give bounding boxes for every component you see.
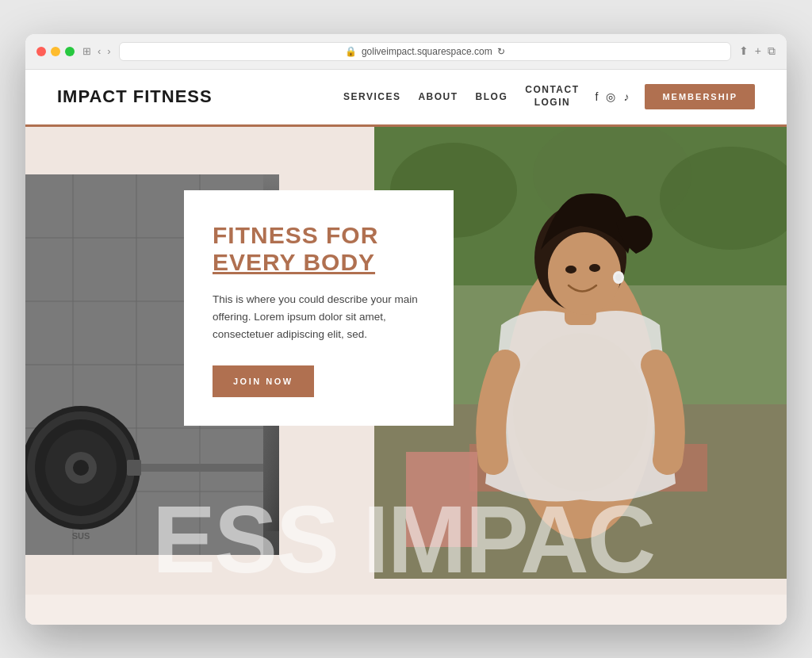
instagram-icon[interactable]: ◎ [606, 90, 615, 103]
hero-title: FITNESS FOR EVERY BODY [213, 222, 425, 277]
browser-actions: ⬆ + ⧉ [739, 44, 776, 58]
site-logo[interactable]: IMPACT FITNESS [57, 86, 343, 107]
svg-text:SUS: SUS [72, 531, 90, 541]
navigation: IMPACT FITNESS SERVICES ABOUT BLOG CONTA… [25, 70, 787, 127]
nav-blog[interactable]: BLOG [476, 91, 508, 102]
hero-section: SUS [25, 127, 787, 595]
traffic-lights [36, 47, 75, 56]
browser-nav-controls: ⊞ ‹ › [82, 45, 111, 57]
nav-contact-login: CONTACT LOGIN [525, 84, 579, 109]
hero-description: This is where you could describe your ma… [213, 291, 425, 344]
nav-links: SERVICES ABOUT BLOG CONTACT LOGIN [343, 84, 580, 109]
nav-about[interactable]: ABOUT [418, 91, 458, 102]
forward-icon[interactable]: › [107, 45, 110, 57]
tiktok-icon[interactable]: ♪ [623, 90, 629, 103]
minimize-button[interactable] [51, 47, 60, 56]
svg-rect-16 [127, 460, 141, 476]
share-icon[interactable]: ⬆ [739, 44, 749, 58]
nav-login[interactable]: LOGIN [534, 97, 571, 109]
hero-card: FITNESS FOR EVERY BODY This is where you… [184, 190, 454, 427]
sidebar-toggle-icon[interactable]: ⊞ [82, 45, 91, 57]
svg-point-29 [548, 232, 621, 315]
address-bar[interactable]: 🔒 goliveimpact.squarespace.com ↻ [119, 42, 731, 61]
new-tab-icon[interactable]: + [755, 44, 761, 58]
pink-accent-rect [406, 452, 477, 547]
tabs-icon[interactable]: ⧉ [768, 44, 776, 58]
url-text: goliveimpact.squarespace.com [362, 46, 492, 57]
svg-rect-15 [128, 464, 263, 472]
join-now-button[interactable]: JOIN NOW [213, 365, 314, 397]
facebook-icon[interactable]: f [596, 90, 599, 103]
website-content: IMPACT FITNESS SERVICES ABOUT BLOG CONTA… [25, 70, 787, 625]
nav-contact[interactable]: CONTACT [525, 84, 579, 97]
back-icon[interactable]: ‹ [98, 45, 101, 57]
membership-button[interactable]: MEMBERSHIP [645, 84, 755, 109]
lock-icon: 🔒 [345, 46, 357, 57]
nav-services[interactable]: SERVICES [343, 91, 400, 102]
nav-social: f ◎ ♪ [596, 90, 630, 103]
svg-point-33 [615, 274, 622, 281]
maximize-button[interactable] [65, 47, 75, 56]
svg-point-30 [565, 266, 576, 274]
close-button[interactable] [36, 47, 46, 56]
svg-point-31 [589, 264, 600, 272]
reload-icon[interactable]: ↻ [497, 46, 505, 57]
browser-chrome: ⊞ ‹ › 🔒 goliveimpact.squarespace.com ↻ ⬆… [25, 34, 787, 70]
svg-point-14 [73, 460, 89, 476]
browser-window: ⊞ ‹ › 🔒 goliveimpact.squarespace.com ↻ ⬆… [25, 34, 787, 625]
